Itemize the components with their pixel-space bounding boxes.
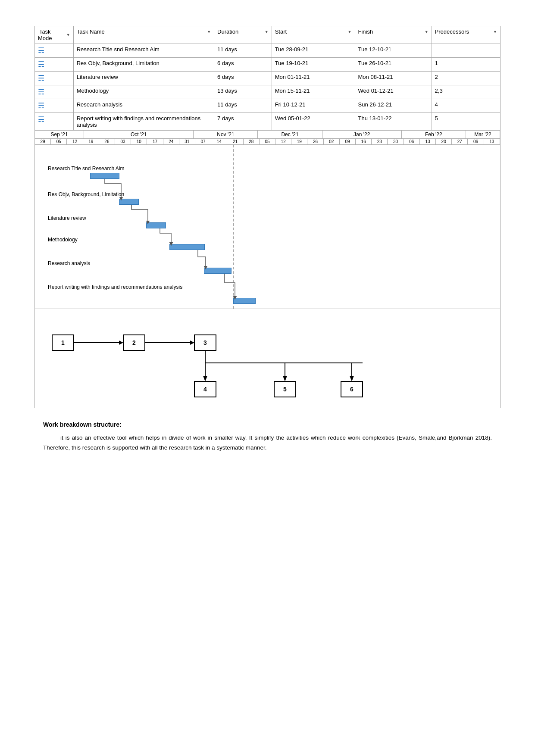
task-name-cell: Research Title snd Research Aim <box>73 44 214 58</box>
table-row: ☴Research analysis11 daysFri 10-12-21Sun… <box>35 99 501 113</box>
task-name-cell: Research analysis <box>73 99 214 113</box>
task-mode-icon: ☴ <box>38 74 44 82</box>
gantt-label-1: Research Title snd Research Aim <box>48 166 124 172</box>
svg-text:2: 2 <box>132 339 136 346</box>
col-header-predecessors: Predecessors ▼ <box>432 26 500 44</box>
task-name-cell: Literature review <box>73 72 214 85</box>
svg-text:5: 5 <box>283 386 287 393</box>
duration-sort-icon[interactable]: ▼ <box>265 30 269 34</box>
month-cell: Nov '21 <box>194 131 258 138</box>
task-name-cell: Methodology <box>73 85 214 99</box>
pred-sort-icon[interactable]: ▼ <box>493 30 497 34</box>
duration-cell: 6 days <box>214 58 272 72</box>
start-cell: Wed 05-01-22 <box>272 113 355 131</box>
col-header-task-mode: TaskMode ▼ <box>35 26 74 44</box>
week-cell: 03 <box>115 139 131 144</box>
duration-cell: 11 days <box>214 44 272 58</box>
week-cell: 24 <box>163 139 179 144</box>
task-name-cell: Report writing with findings and recomme… <box>73 113 214 131</box>
task-mode-cell: ☴ <box>35 99 74 113</box>
month-cell: Dec '21 <box>258 131 322 138</box>
week-cell: 23 <box>372 139 388 144</box>
week-cell: 21 <box>227 139 243 144</box>
week-cell: 12 <box>67 139 83 144</box>
week-cell: 10 <box>131 139 147 144</box>
pred-cell: 4 <box>432 99 500 113</box>
start-cell: Mon 15-11-21 <box>272 85 355 99</box>
finish-cell: Sun 26-12-21 <box>355 99 432 113</box>
week-cell: 05 <box>51 139 67 144</box>
task-mode-icon: ☴ <box>38 116 44 124</box>
svg-marker-7 <box>190 341 194 345</box>
table-row: ☴Report writing with findings and recomm… <box>35 113 501 131</box>
month-cell: Sep '21 <box>35 131 84 138</box>
week-cell: 26 <box>307 139 323 144</box>
month-cell: Jan '22 <box>322 131 402 138</box>
pred-cell: 2 <box>432 72 500 85</box>
week-cell: 26 <box>99 139 115 144</box>
week-cell: 06 <box>468 139 484 144</box>
task-mode-icon: ☴ <box>38 102 44 110</box>
duration-cell: 6 days <box>214 72 272 85</box>
wbs-heading: Work breakdown structure: <box>43 421 492 428</box>
task-mode-icon: ☴ <box>38 60 44 69</box>
week-cell: 27 <box>452 139 468 144</box>
month-cell: Oct '21 <box>84 131 194 138</box>
svg-marker-13 <box>203 376 207 381</box>
wbs-svg: 1 2 3 4 5 6 <box>44 322 491 404</box>
gantt-label-3: Literature review <box>48 215 86 221</box>
table-row: ☴Research Title snd Research Aim11 daysT… <box>35 44 501 58</box>
col-header-duration: Duration ▼ <box>214 26 272 44</box>
svg-marker-21 <box>350 376 354 381</box>
week-cell: 17 <box>147 139 163 144</box>
start-sort-icon[interactable]: ▼ <box>348 30 352 34</box>
svg-text:4: 4 <box>203 386 207 393</box>
week-cell: 16 <box>356 139 372 144</box>
task-mode-sort-icon[interactable]: ▼ <box>66 33 70 37</box>
task-mode-cell: ☴ <box>35 113 74 131</box>
body-paragraph: it is also an effective tool which helps… <box>43 433 492 453</box>
week-cell: 19 <box>291 139 307 144</box>
col-header-finish: Finish ▼ <box>355 26 432 44</box>
finish-cell: Thu 13-01-22 <box>355 113 432 131</box>
task-mode-cell: ☴ <box>35 44 74 58</box>
gantt-bar-3 <box>146 222 166 228</box>
start-label: Start <box>275 28 287 35</box>
today-line <box>233 145 234 309</box>
month-cell: Feb '22 <box>402 131 466 138</box>
task-mode-cell: ☴ <box>35 72 74 85</box>
week-cell: 13 <box>484 139 500 144</box>
finish-cell: Mon 08-11-21 <box>355 72 432 85</box>
gantt-label-6: Report writing with findings and recomme… <box>48 284 182 290</box>
gantt-bar-5 <box>204 268 232 274</box>
svg-marker-3 <box>119 341 123 345</box>
week-cell: 07 <box>195 139 211 144</box>
week-cell: 29 <box>35 139 51 144</box>
task-mode-icon: ☴ <box>38 88 44 96</box>
finish-sort-icon[interactable]: ▼ <box>425 30 429 34</box>
duration-cell: 13 days <box>214 85 272 99</box>
month-row: Sep '21Oct '21Nov '21Dec '21Jan '22Feb '… <box>35 131 500 139</box>
week-row: 2905121926031017243107142128051219260209… <box>35 139 500 145</box>
gantt-label-2: Res Objv, Background, Limitation <box>48 191 124 197</box>
finish-cell: Tue 26-10-21 <box>355 58 432 72</box>
finish-cell: Wed 01-12-21 <box>355 85 432 99</box>
duration-label: Duration <box>217 28 238 35</box>
wbs-diagram: 1 2 3 4 5 6 <box>34 309 501 408</box>
start-cell: Fri 10-12-21 <box>272 99 355 113</box>
table-row: ☴Literature review6 daysMon 01-11-21Mon … <box>35 72 501 85</box>
svg-text:6: 6 <box>350 386 354 393</box>
svg-text:3: 3 <box>203 339 207 346</box>
table-row: ☴Res Objv, Background, Limitation6 daysT… <box>35 58 501 72</box>
col-header-task-name: Task Name ▼ <box>73 26 214 44</box>
week-cell: 14 <box>211 139 227 144</box>
svg-text:1: 1 <box>61 339 65 346</box>
body-section: Work breakdown structure: it is also an … <box>34 421 501 453</box>
task-name-sort-icon[interactable]: ▼ <box>207 30 211 34</box>
task-mode-icon: ☴ <box>38 47 44 55</box>
timeline-container: Sep '21Oct '21Nov '21Dec '21Jan '22Feb '… <box>34 131 501 309</box>
week-cell: 30 <box>388 139 404 144</box>
start-cell: Tue 19-10-21 <box>272 58 355 72</box>
pred-cell: 5 <box>432 113 500 131</box>
week-cell: 19 <box>83 139 99 144</box>
